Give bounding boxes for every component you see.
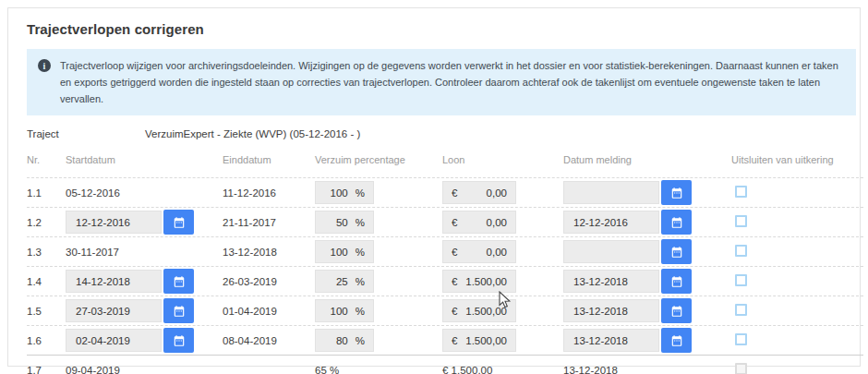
loon-input[interactable] — [459, 187, 507, 199]
loon-input[interactable] — [459, 247, 507, 258]
table-row: 1.1 05-12-2016 11-12-2016 % € — [27, 177, 863, 207]
euro-prefix: € — [442, 365, 448, 374]
euro-prefix: € — [452, 187, 457, 199]
info-icon: i — [38, 59, 51, 72]
calendar-button[interactable] — [163, 269, 194, 294]
calendar-icon — [670, 334, 683, 347]
percent-suffix: % — [356, 306, 365, 317]
calendar-button[interactable] — [661, 298, 692, 323]
einddatum-text: 26-03-2019 — [223, 276, 315, 287]
header-loon: Loon — [442, 154, 563, 165]
einddatum-text: 13-12-2018 — [223, 247, 315, 258]
startdatum-input[interactable] — [66, 211, 162, 234]
calendar-icon — [173, 334, 186, 347]
info-banner-text: Trajectverloop wijzigen voor archivering… — [60, 57, 843, 107]
datum-melding-input[interactable] — [563, 270, 659, 293]
calendar-icon — [670, 187, 683, 199]
verzuim-percentage-input[interactable] — [324, 276, 348, 287]
row-nr: 1.7 — [27, 365, 66, 374]
page-title: Trajectverlopen corrigeren — [19, 21, 849, 37]
uitsluiten-checkbox[interactable] — [735, 304, 747, 316]
startdatum-text: 30-11-2017 — [66, 247, 223, 258]
calendar-icon — [670, 246, 683, 259]
calendar-button[interactable] — [163, 210, 194, 235]
table-row: 1.7 09-04-2019 65 % € 1.500,00 13-12-201… — [27, 355, 863, 374]
row-nr: 1.1 — [27, 187, 66, 199]
verzuim-percentage-field: % — [315, 299, 374, 322]
row-nr: 1.3 — [27, 247, 66, 258]
euro-prefix: € — [452, 247, 457, 258]
datum-melding-input[interactable] — [563, 240, 659, 263]
table-row: 1.5 01-04-2019 % € — [27, 296, 863, 325]
uitsluiten-checkbox — [735, 363, 747, 374]
calendar-button[interactable] — [661, 180, 692, 205]
calendar-button[interactable] — [163, 298, 194, 323]
verzuim-percentage-field: % — [315, 270, 374, 293]
table-row: 1.6 08-04-2019 % € — [27, 325, 863, 355]
calendar-button[interactable] — [163, 328, 194, 353]
datum-melding-input[interactable] — [563, 211, 659, 234]
calendar-button[interactable] — [661, 269, 692, 294]
row-nr: 1.5 — [27, 306, 66, 317]
loon-input[interactable] — [459, 306, 507, 317]
loon-field: € — [442, 240, 516, 263]
loon-field: € — [442, 270, 516, 293]
loon-field: € — [442, 329, 516, 352]
verzuim-percentage-text: 65 % — [315, 365, 442, 374]
datum-melding-input[interactable] — [563, 329, 659, 352]
startdatum-input[interactable] — [66, 329, 162, 352]
uitsluiten-checkbox[interactable] — [735, 274, 747, 286]
calendar-button[interactable] — [661, 210, 692, 235]
calendar-icon — [173, 275, 186, 288]
startdatum-text: 05-12-2016 — [66, 187, 223, 199]
uitsluiten-checkbox[interactable] — [735, 333, 747, 345]
loon-text: € 1.500,00 — [442, 365, 563, 374]
verzuim-percentage-field: % — [315, 181, 374, 204]
uitsluiten-checkbox[interactable] — [735, 215, 747, 227]
verzuim-percentage-input[interactable] — [324, 187, 348, 199]
calendar-icon — [670, 305, 683, 318]
table-row: 1.2 21-11-2017 % € — [27, 207, 863, 236]
uitsluiten-checkbox[interactable] — [735, 186, 747, 198]
row-nr: 1.2 — [27, 217, 66, 228]
percent-suffix: % — [356, 276, 365, 287]
verzuim-percentage-input[interactable] — [324, 335, 348, 346]
header-uitsluiten-van-uitkering: Uitsluiten van uitkering — [731, 154, 863, 165]
datum-melding-text: 13-12-2018 — [563, 365, 731, 374]
startdatum-text: 09-04-2019 — [66, 365, 223, 374]
loon-field: € — [442, 211, 516, 234]
loon-input[interactable] — [459, 335, 507, 346]
header-verzuim-percentage: Verzuim percentage — [315, 154, 442, 165]
verzuim-percentage-input[interactable] — [324, 306, 348, 317]
verzuim-percentage-input[interactable] — [324, 247, 348, 258]
loon-field: € — [442, 299, 516, 322]
table-row: 1.4 26-03-2019 % € — [27, 266, 863, 296]
info-banner: i Trajectverloop wijzigen voor archiveri… — [27, 49, 856, 115]
traject-row: Traject VerzuimExpert - Ziekte (WVP) (05… — [27, 128, 849, 139]
loon-field: € — [442, 181, 516, 204]
euro-prefix: € — [452, 306, 457, 317]
euro-prefix: € — [452, 217, 457, 228]
calendar-icon — [670, 275, 683, 288]
einddatum-text: 11-12-2016 — [223, 187, 315, 199]
calendar-button[interactable] — [661, 239, 692, 264]
header-nr: Nr. — [27, 154, 66, 165]
euro-prefix: € — [452, 276, 457, 287]
startdatum-input[interactable] — [66, 299, 162, 322]
loon-input[interactable] — [459, 276, 507, 287]
traject-label: Traject — [27, 128, 145, 139]
verzuim-percentage-input[interactable] — [324, 217, 348, 228]
datum-melding-input[interactable] — [563, 299, 659, 322]
verzuim-percentage-field: % — [315, 329, 374, 352]
calendar-button[interactable] — [661, 328, 692, 353]
datum-melding-input[interactable] — [563, 181, 659, 204]
einddatum-text: 01-04-2019 — [223, 306, 315, 317]
header-einddatum: Einddatum — [223, 154, 315, 165]
verzuim-percentage-field: % — [315, 211, 374, 234]
uitsluiten-checkbox[interactable] — [735, 245, 747, 257]
traject-value: VerzuimExpert - Ziekte (WVP) (05-12-2016… — [145, 128, 360, 139]
loon-input[interactable] — [459, 217, 507, 228]
row-nr: 1.4 — [27, 276, 66, 287]
einddatum-text: 08-04-2019 — [223, 335, 315, 346]
startdatum-input[interactable] — [66, 270, 162, 293]
